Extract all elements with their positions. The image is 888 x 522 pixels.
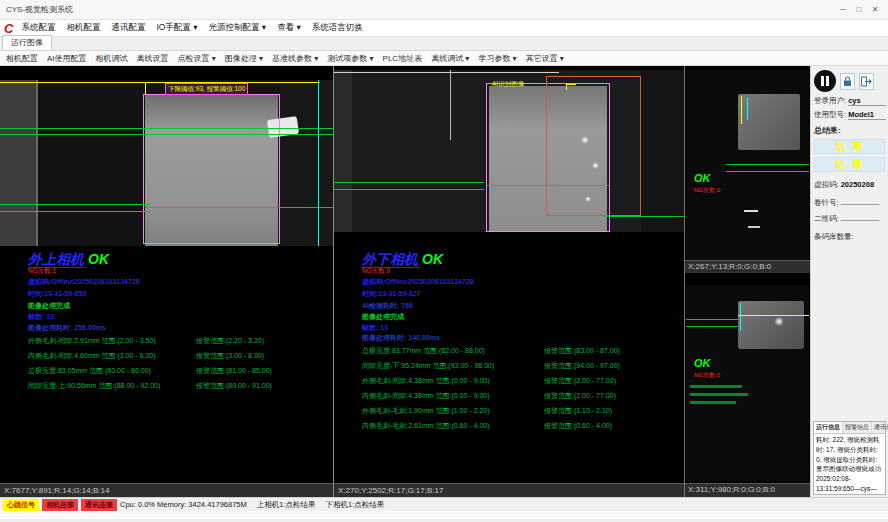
menu-camera-config[interactable]: 相机配置 xyxy=(66,22,100,34)
model-value[interactable]: Model1 xyxy=(848,111,886,120)
tool-other-settings[interactable]: 其它设置 ▾ xyxy=(526,53,564,64)
measurement-text: 外侧毛刺-间隙:4.38mm 范围:(0.00 - 9.00) xyxy=(362,376,544,386)
alarm-range: 报警范围:(0.60 - 4.00) xyxy=(544,421,680,431)
toolbar: 相机配置 AI使用配置 相机调试 离线设置 点检设置 ▾ 图像处理 ▾ 基准线参… xyxy=(0,51,888,66)
pause-icon xyxy=(821,76,824,86)
camera-name: 外下相机 xyxy=(362,251,420,268)
minimize-button[interactable]: ─ xyxy=(836,5,850,14)
measurement-text: 间隙宽度-下:95.24mm 范围:(93.00 - 98.00) xyxy=(362,361,544,371)
menu-io-config[interactable]: IO手配置 ▾ xyxy=(156,22,197,34)
log-text[interactable]: 耗时: 222, 瑕疵检测耗时: 17, 瑕疵分类耗时: 0, 瑕疵提取分类耗时… xyxy=(814,434,885,496)
tool-camera-config[interactable]: 相机配置 xyxy=(6,53,38,64)
title-bar: CYS-视觉检测系统 ─ □ ✕ xyxy=(0,0,888,20)
maximize-button[interactable]: □ xyxy=(852,5,866,14)
result-ok: OK xyxy=(694,357,711,369)
threshold-label: 下限阈值:93, 报警阈值:100 xyxy=(165,83,248,95)
tool-camera-debug[interactable]: 相机调试 xyxy=(96,53,128,64)
measurement-row: 内侧毛刺-间隙:4.60mm 范围:(3.00 - 6.00)报警范围:(3.0… xyxy=(28,351,329,361)
machine-dark-zone xyxy=(280,80,333,246)
tool-plc-address[interactable]: PLC地址表 xyxy=(383,53,423,64)
menu-comm-config[interactable]: 通讯配置 xyxy=(111,22,145,34)
needle-value[interactable] xyxy=(841,204,879,205)
overlay-line xyxy=(0,134,333,135)
frame-count: 帧数: 13 xyxy=(362,323,388,333)
machine-band xyxy=(0,80,36,246)
measurement-row: 总极宽度:83.77mm 范围:(82.00 - 88.00)报警范围:(83.… xyxy=(362,346,680,356)
overlay-line xyxy=(334,182,484,183)
measurement-row: 外侧毛刺-间隙:4.38mm 范围:(0.00 - 9.00)报警范围:(2.0… xyxy=(362,376,680,386)
overlay-line xyxy=(145,207,333,208)
tab-run-image[interactable]: 运行图像 xyxy=(2,35,52,50)
upper-camera-check-link[interactable]: 上相机1:点检结果 xyxy=(257,500,316,510)
app-logo-icon: C xyxy=(4,22,13,35)
virtual-code-value: 20250208 xyxy=(841,181,879,189)
overlay-line xyxy=(334,189,484,190)
measurement-text: 总极宽度:83.77mm 范围:(82.00 - 88.00) xyxy=(362,346,544,356)
tool-offline-debug[interactable]: 离线调试 ▾ xyxy=(431,53,469,64)
qrcode-value[interactable] xyxy=(841,220,879,221)
camera-view-upper[interactable]: 下限阈值:93, 报警阈值:100 xyxy=(0,80,333,246)
machine-band xyxy=(334,70,352,232)
alarm-range: 报警范围:(1.10 - 2.10) xyxy=(544,406,680,416)
gap xyxy=(685,273,810,285)
tool-ai-usage-config[interactable]: AI使用配置 xyxy=(47,53,87,64)
login-user-field: 登录用户: cys xyxy=(814,96,885,106)
ng-count: NG次数:1 xyxy=(28,267,56,276)
lower-camera-check-link[interactable]: 下相机1:点检结果 xyxy=(326,500,385,510)
alarm-range: 报警范围:(2.00 - 77.00) xyxy=(544,376,680,386)
small-camera-view-2[interactable]: OK NG次数:0 xyxy=(686,285,809,481)
tool-baseline-params[interactable]: 基准线参数 ▾ xyxy=(272,53,318,64)
status-bar: 心跳信号 相机连接 通讯连接 Cpu: 0.0% Memory: 3424.41… xyxy=(0,497,888,511)
camera-view-lower[interactable]: AI识别图像 xyxy=(334,70,684,232)
menu-language-switch[interactable]: 系统语言切换 xyxy=(312,22,363,34)
alarm-range: 报警范围:(2.20 - 3.20) xyxy=(196,336,329,346)
overlay-line xyxy=(740,303,741,331)
qrcode-label: 二维码: xyxy=(814,214,839,223)
overlay-line xyxy=(747,98,748,120)
bright-spot xyxy=(592,162,599,169)
overlay-line xyxy=(0,82,320,83)
tab-run-info[interactable]: 运行信息 xyxy=(814,422,843,433)
tool-spot-check[interactable]: 点检设置 ▾ xyxy=(178,53,216,64)
control-sidebar: 登录用户: cys 使用型号: Model1 总结果: 结 果 结 果 虚拟码:… xyxy=(810,66,888,497)
virtual-code: 虚拟码:Offline20250208133134728 xyxy=(28,277,140,287)
overlay-line xyxy=(726,171,809,172)
log-panel: 运行信息 报警信息 通讯信息 耗时: 222, 瑕疵检测耗时: 17, 瑕疵分类… xyxy=(813,421,886,495)
menu-light-config[interactable]: 光源控制配置 ▾ xyxy=(209,22,267,34)
tool-test-params[interactable]: 测试项参数 ▾ xyxy=(327,53,373,64)
main-area: 下限阈值:93, 报警阈值:100 外上相机OK NG次数:1 虚拟码:Offl… xyxy=(0,66,888,497)
overlay-line xyxy=(145,83,146,95)
menu-view[interactable]: 查看 ▾ xyxy=(277,22,301,34)
camera-panel-lower: AI识别图像 外下相机OK NG次数:0 虚拟码:Offline20250208… xyxy=(334,66,684,497)
camera-panel-upper: 下限阈值:93, 报警阈值:100 外上相机OK NG次数:1 虚拟码:Offl… xyxy=(0,66,334,497)
measurement-text: 内侧毛刺-间隙:4.60mm 范围:(3.00 - 6.00) xyxy=(28,351,196,361)
login-user-value[interactable]: cys xyxy=(848,97,886,106)
menu-system-config[interactable]: 系统配置 xyxy=(21,22,55,34)
tool-image-processing[interactable]: 图像处理 ▾ xyxy=(225,53,263,64)
close-button[interactable]: ✕ xyxy=(868,5,882,14)
tab-comm-info[interactable]: 通讯信息 xyxy=(872,422,888,433)
pause-button[interactable] xyxy=(814,70,836,92)
ng-count: NG次数:0 xyxy=(694,371,720,380)
model-label: 使用型号: xyxy=(814,110,846,119)
window-title: CYS-视觉检测系统 xyxy=(6,4,73,15)
overlay-line xyxy=(738,315,809,316)
alarm-range: 报警范围:(2.00 - 77.00) xyxy=(544,391,680,401)
tab-alarm-info[interactable]: 报警信息 xyxy=(843,422,872,433)
result-box-lower: 结 果 xyxy=(814,157,885,172)
tool-learn-params[interactable]: 学习参数 ▾ xyxy=(478,53,516,64)
small-camera-view-1[interactable]: OK NG次数:0 xyxy=(686,70,809,260)
process-done: 图像处理完成 xyxy=(362,312,404,322)
logout-button[interactable] xyxy=(859,73,874,90)
camera-name: 外上相机 xyxy=(28,251,86,268)
virtual-code-label: 虚拟码: xyxy=(814,180,839,189)
tool-offline-settings[interactable]: 离线设置 xyxy=(137,53,169,64)
lock-button[interactable] xyxy=(840,73,855,90)
measurement-row: 间隙宽度-下:95.24mm 范围:(93.00 - 98.00)报警范围:(9… xyxy=(362,361,680,371)
overlay-line xyxy=(741,96,742,124)
lock-icon xyxy=(843,76,852,87)
roi-rect-pink xyxy=(143,94,280,244)
needle-label: 卷针号: xyxy=(814,198,839,207)
measurement-text: 内侧毛刺-毛刺:2.61mm 范围:(0.60 - 4.00) xyxy=(362,421,544,431)
sidebar-buttons xyxy=(814,70,885,92)
